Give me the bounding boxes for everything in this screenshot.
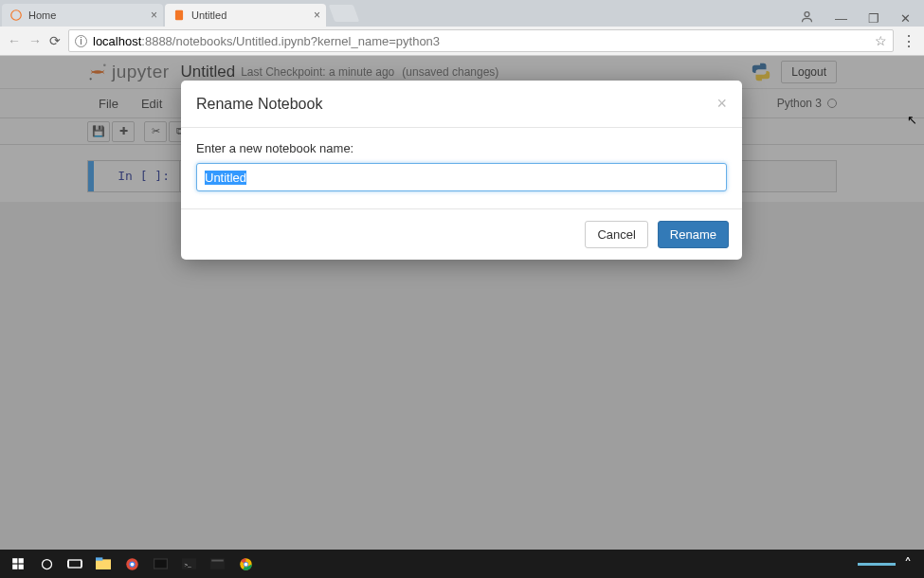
cmd2-icon[interactable] bbox=[203, 550, 231, 578]
new-tab-button[interactable] bbox=[329, 5, 360, 22]
tab-label: Untitled bbox=[191, 9, 226, 21]
system-tray: ˄ bbox=[858, 550, 920, 578]
cortana-icon[interactable] bbox=[32, 550, 61, 578]
rename-button[interactable]: Rename bbox=[658, 221, 729, 248]
svg-text:>_: >_ bbox=[184, 561, 191, 568]
window-controls: — ❐ ✕ bbox=[787, 9, 924, 27]
svg-rect-1 bbox=[175, 10, 183, 21]
browser-tab-home[interactable]: Home × bbox=[2, 4, 163, 27]
svg-point-9 bbox=[42, 559, 51, 569]
bookmark-icon[interactable]: ☆ bbox=[875, 33, 887, 48]
reload-icon[interactable]: ⟳ bbox=[49, 33, 61, 48]
browser-tab-untitled[interactable]: Untitled × bbox=[165, 4, 326, 27]
url-host: localhost bbox=[93, 34, 141, 48]
notebook-favicon-icon bbox=[172, 9, 186, 22]
svg-rect-10 bbox=[68, 560, 81, 568]
chrome-running-icon[interactable] bbox=[231, 550, 260, 578]
svg-point-17 bbox=[130, 562, 134, 566]
svg-rect-7 bbox=[12, 565, 17, 569]
close-icon[interactable]: × bbox=[314, 9, 320, 22]
mouse-cursor-icon: ↖ bbox=[907, 113, 917, 127]
browser-menu-icon[interactable]: ⋮ bbox=[901, 32, 916, 50]
rename-notebook-dialog: Rename Notebook × Enter a new notebook n… bbox=[181, 81, 742, 260]
svg-rect-13 bbox=[96, 559, 111, 569]
svg-rect-19 bbox=[154, 560, 167, 569]
profile-icon[interactable] bbox=[800, 9, 814, 27]
maximize-icon[interactable]: ❐ bbox=[868, 11, 879, 26]
svg-point-2 bbox=[805, 12, 809, 17]
cmd-icon[interactable]: >_ bbox=[174, 550, 203, 578]
tab-label: Home bbox=[28, 9, 56, 21]
tray-highlight bbox=[858, 563, 896, 566]
close-icon[interactable]: × bbox=[151, 9, 157, 22]
notebook-name-input[interactable] bbox=[196, 163, 727, 191]
forward-icon: → bbox=[28, 33, 42, 48]
url-input[interactable]: i localhost :8888/notebooks/Untitled.ipy… bbox=[68, 29, 894, 52]
close-icon[interactable]: × bbox=[716, 94, 727, 114]
start-menu-icon[interactable] bbox=[4, 550, 32, 578]
chrome-taskbar-icon[interactable] bbox=[118, 550, 146, 578]
modal-title: Rename Notebook bbox=[196, 96, 322, 113]
svg-rect-6 bbox=[19, 558, 24, 563]
url-path: :8888/notebooks/Untitled.ipynb?kernel_na… bbox=[141, 34, 440, 48]
svg-rect-23 bbox=[211, 560, 224, 562]
browser-address-bar: ← → ⟳ i localhost :8888/notebooks/Untitl… bbox=[0, 27, 924, 56]
site-info-icon[interactable]: i bbox=[75, 35, 87, 47]
svg-point-0 bbox=[11, 10, 22, 21]
svg-rect-11 bbox=[67, 561, 68, 566]
back-icon[interactable]: ← bbox=[8, 33, 21, 48]
browser-tab-strip: Home × Untitled × — ❐ ✕ bbox=[0, 0, 924, 27]
task-view-icon[interactable] bbox=[61, 550, 89, 578]
modal-label: Enter a new notebook name: bbox=[196, 141, 727, 155]
file-explorer-icon[interactable] bbox=[89, 550, 118, 578]
svg-rect-5 bbox=[12, 558, 17, 563]
svg-point-26 bbox=[244, 562, 247, 566]
terminal-icon[interactable] bbox=[146, 550, 174, 578]
jupyter-favicon-icon bbox=[9, 9, 23, 22]
svg-rect-8 bbox=[19, 565, 24, 569]
windows-taskbar: >_ ˄ bbox=[0, 550, 924, 578]
minimize-icon[interactable]: — bbox=[835, 11, 847, 26]
tray-chevron-up-icon[interactable]: ˄ bbox=[896, 550, 920, 578]
svg-rect-14 bbox=[96, 557, 102, 560]
cancel-button[interactable]: Cancel bbox=[585, 221, 647, 248]
close-window-icon[interactable]: ✕ bbox=[900, 11, 911, 26]
svg-rect-12 bbox=[82, 561, 82, 566]
